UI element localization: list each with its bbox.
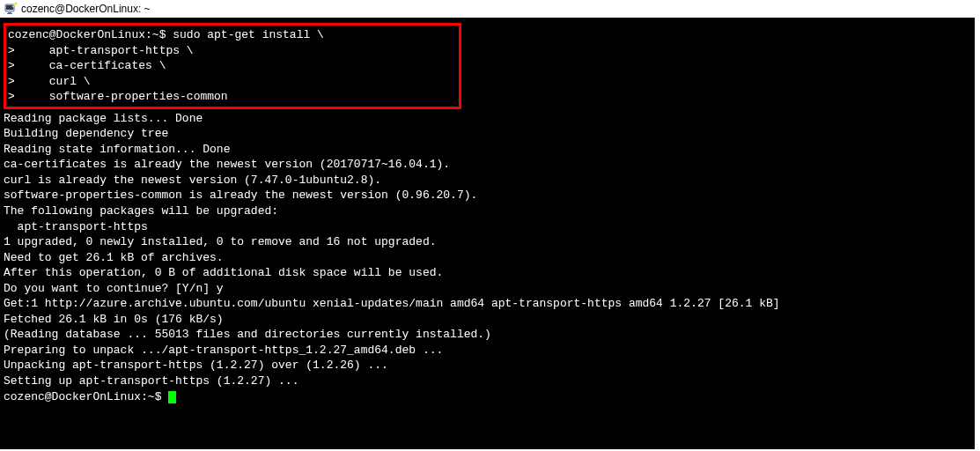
terminal-line: cozenc@DockerOnLinux:~$ sudo apt-get ins… xyxy=(8,27,457,43)
prompt-text: cozenc@DockerOnLinux:~$ xyxy=(4,390,168,403)
annotation-highlight-box: cozenc@DockerOnLinux:~$ sudo apt-get ins… xyxy=(4,23,461,109)
svg-rect-2 xyxy=(8,12,11,13)
terminal-line: Get:1 http://azure.archive.ubuntu.com/ub… xyxy=(4,296,971,312)
terminal-line: Reading state information... Done xyxy=(4,142,971,158)
terminal-output[interactable]: cozenc@DockerOnLinux:~$ sudo apt-get ins… xyxy=(0,18,975,449)
terminal-line: Need to get 26.1 kB of archives. xyxy=(4,250,971,266)
terminal-line: apt-transport-https xyxy=(4,219,971,235)
cursor-block xyxy=(168,391,176,403)
terminal-line: (Reading database ... 55013 files and di… xyxy=(4,327,971,343)
terminal-line: After this operation, 0 B of additional … xyxy=(4,265,971,281)
terminal-line: Fetched 26.1 kB in 0s (176 kB/s) xyxy=(4,312,971,328)
terminal-line: Reading package lists... Done xyxy=(4,111,971,127)
putty-icon xyxy=(4,2,18,16)
svg-rect-1 xyxy=(6,5,13,10)
terminal-line: Preparing to unpack .../apt-transport-ht… xyxy=(4,343,971,359)
terminal-line: > software-properties-common xyxy=(8,89,457,105)
terminal-line: > ca-certificates \ xyxy=(8,58,457,74)
terminal-line: > curl \ xyxy=(8,74,457,90)
terminal-line: Unpacking apt-transport-https (1.2.27) o… xyxy=(4,358,971,373)
terminal-line: curl is already the newest version (7.47… xyxy=(4,173,971,189)
svg-rect-3 xyxy=(7,13,12,14)
svg-point-4 xyxy=(15,3,18,5)
terminal-line: software-properties-common is already th… xyxy=(4,188,971,203)
window-title: cozenc@DockerOnLinux: ~ xyxy=(21,2,151,16)
window-titlebar: cozenc@DockerOnLinux: ~ xyxy=(0,0,980,18)
terminal-line: > apt-transport-https \ xyxy=(8,43,457,59)
terminal-line: The following packages will be upgraded: xyxy=(4,203,971,219)
prompt-line[interactable]: cozenc@DockerOnLinux:~$ xyxy=(4,389,971,405)
terminal-line: Setting up apt-transport-https (1.2.27) … xyxy=(4,373,971,389)
terminal-line: 1 upgraded, 0 newly installed, 0 to remo… xyxy=(4,234,971,250)
terminal-line: Building dependency tree xyxy=(4,126,971,142)
terminal-line: Do you want to continue? [Y/n] y xyxy=(4,281,971,297)
terminal-line: ca-certificates is already the newest ve… xyxy=(4,157,971,173)
